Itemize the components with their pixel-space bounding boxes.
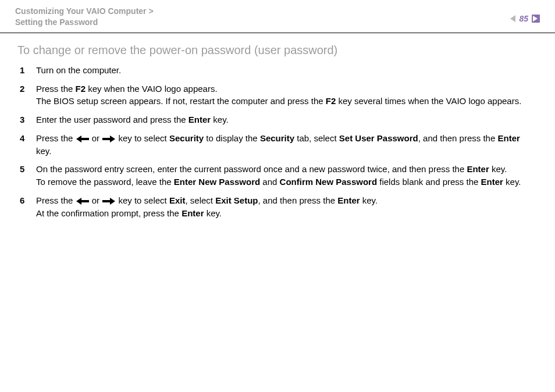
bold-text: Enter [467,164,489,174]
page-nav: 85 [510,6,540,23]
text: tab, select [294,133,339,143]
step-item: 4Press the or key to select Security to … [17,132,538,158]
bold-text: Confirm New Password [280,177,378,187]
bold-text: Security [260,133,294,143]
text: To remove the password, leave the [36,177,174,187]
prev-page-icon[interactable] [510,15,515,22]
text: or [90,195,102,205]
step-text: Turn on the computer. [36,65,121,75]
bold-text: Exit Setup [215,195,258,205]
arrow-left-icon [76,198,89,204]
arrow-right-icon [102,198,115,204]
steps-list: 1Turn on the computer.2Press the F2 key … [17,64,538,220]
step-item: 2Press the F2 key when the VAIO logo app… [17,83,538,108]
text: key when the VAIO logo appears. [86,84,218,94]
text: The BIOS setup screen appears. If not, r… [36,96,326,106]
step-number: 6 [20,194,24,207]
step-number: 4 [20,132,24,145]
page-number: 85 [519,14,528,23]
step-text: Press the or key to select Security to d… [36,133,520,156]
step-item: 6Press the or key to select Exit, select… [17,194,538,220]
text: key. [204,208,222,218]
next-page-button[interactable] [532,15,540,23]
text: At the confirmation prompt, press the [36,208,182,218]
bold-text: Security [169,133,204,143]
text: key. [36,146,51,156]
bold-text: Enter [337,195,360,205]
text: fields blank and press the [377,177,481,187]
text: key to select [116,133,169,143]
step-number: 1 [20,64,24,77]
text: key. [489,164,507,174]
step-number: 5 [20,163,24,176]
bold-text: Set User Password [339,133,418,143]
bold-text: Enter [497,133,520,143]
page-header: Customizing Your VAIO Computer > Setting… [0,0,555,33]
step-number: 2 [20,83,24,95]
text: key to select [116,195,169,205]
text: On the password entry screen, enter the … [36,164,467,174]
next-page-icon [533,16,538,22]
bold-text: Exit [169,195,186,205]
section-title: To change or remove the power-on passwor… [17,44,538,57]
text: and [260,177,279,187]
arrow-right-icon [102,136,115,142]
bold-text: Enter [188,115,211,124]
step-item: 1Turn on the computer. [17,64,538,77]
step-item: 3Enter the user password and press the E… [17,113,538,126]
text: , and then press the [258,195,338,205]
breadcrumb-line2: Setting the Password [15,17,98,27]
arrow-left-icon [76,136,89,142]
step-text: On the password entry screen, enter the … [36,164,521,187]
breadcrumb-line1: Customizing Your VAIO Computer [15,6,147,16]
text: key. [503,177,521,187]
bold-text: Enter [481,177,503,187]
breadcrumb-separator: > [148,6,153,16]
text: key. [211,115,229,124]
text: Turn on the computer. [36,65,121,75]
text: Press the [36,195,76,205]
text: Press the [36,84,76,94]
step-text: Enter the user password and press the En… [36,115,229,124]
bold-text: Enter [182,208,204,218]
page-content: To change or remove the power-on passwor… [0,33,555,220]
step-text: Press the or key to select Exit, select … [36,195,378,218]
text: to display the [204,133,260,143]
text: key several times when the VAIO logo app… [336,96,521,106]
bold-text: F2 [326,96,336,106]
step-item: 5On the password entry screen, enter the… [17,163,538,188]
text: Enter the user password and press the [36,115,188,124]
step-number: 3 [20,113,24,126]
text: key. [360,195,378,205]
text: Press the [36,133,76,143]
bold-text: F2 [76,84,86,94]
step-text: Press the F2 key when the VAIO logo appe… [36,84,521,106]
breadcrumb: Customizing Your VAIO Computer > Setting… [15,6,154,28]
text: , select [185,195,215,205]
text: or [90,133,102,143]
text: , and then press the [418,133,498,143]
bold-text: Enter New Password [174,177,260,187]
